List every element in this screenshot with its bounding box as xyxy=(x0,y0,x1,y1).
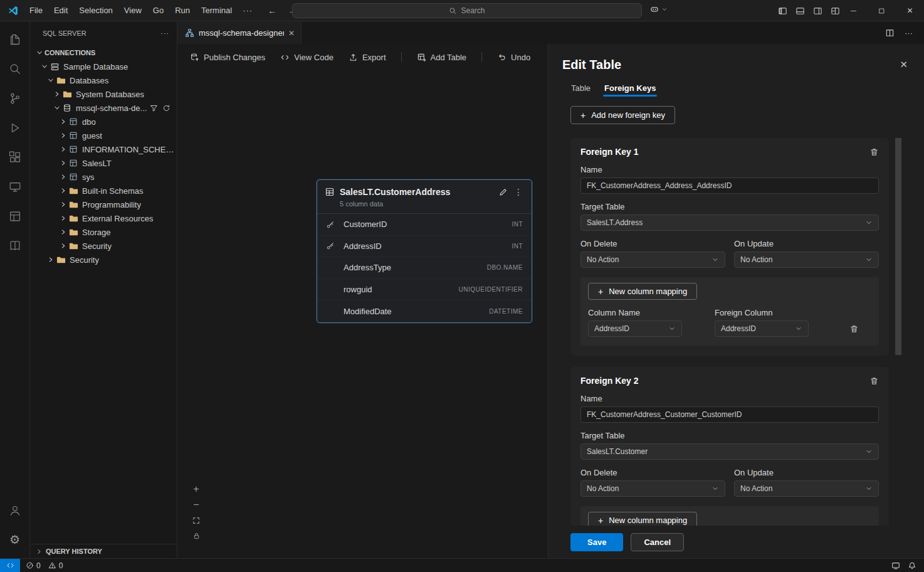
table-column-row[interactable]: AddressID INT xyxy=(317,236,532,258)
nav-back-button[interactable]: ← xyxy=(268,6,276,16)
sql-server-icon[interactable] xyxy=(0,172,30,201)
menu-file[interactable]: File xyxy=(24,0,48,21)
book-icon[interactable] xyxy=(0,231,30,260)
menu-selection[interactable]: Selection xyxy=(73,0,118,21)
window-maximize-button[interactable] xyxy=(868,0,896,21)
cancel-button[interactable]: Cancel xyxy=(631,533,684,551)
customize-layout-icon[interactable] xyxy=(831,6,840,16)
delete-foreign-key-icon[interactable] xyxy=(869,147,879,157)
export-button[interactable]: Export xyxy=(349,53,386,62)
tree-item-information-schema[interactable]: INFORMATION_SCHEMA xyxy=(30,142,177,156)
command-center-search[interactable]: Search xyxy=(292,3,642,18)
bell-icon[interactable] xyxy=(908,561,916,570)
menu-run[interactable]: Run xyxy=(169,0,196,21)
tree-item-sys[interactable]: sys xyxy=(30,170,177,184)
table-column-row[interactable]: AddressType DBO.NAME xyxy=(317,257,532,279)
toggle-secondary-sidebar-icon[interactable] xyxy=(813,6,822,16)
add-foreign-key-button[interactable]: + Add new foreign key xyxy=(570,106,675,124)
table-grid-icon xyxy=(325,187,335,197)
tree-item-databases[interactable]: Databases xyxy=(30,73,177,87)
menu-edit[interactable]: Edit xyxy=(48,0,73,21)
on-update-label: On Update xyxy=(734,239,879,248)
query-history-section[interactable]: QUERY HISTORY xyxy=(30,544,177,558)
lock-button[interactable] xyxy=(192,532,201,540)
target-table-select[interactable]: SalesLT.Customer xyxy=(580,443,879,460)
tree-item-dbo[interactable]: dbo xyxy=(30,115,177,129)
menu-terminal[interactable]: Terminal xyxy=(196,0,238,21)
save-button[interactable]: Save xyxy=(570,533,623,551)
foreign-column-select[interactable]: AddressID xyxy=(715,320,809,337)
run-debug-icon[interactable] xyxy=(0,113,30,142)
view-code-button[interactable]: View Code xyxy=(280,53,333,62)
tree-item-saleslt[interactable]: SalesLT xyxy=(30,156,177,170)
on-delete-select[interactable]: No Action xyxy=(580,480,725,497)
menu-overflow-button[interactable]: ··· xyxy=(238,6,258,15)
tab-close-icon[interactable]: ✕ xyxy=(288,29,295,38)
tree-item-security-schema[interactable]: Security xyxy=(30,239,177,253)
table-node-customeraddress[interactable]: SalesLT.CustomerAddress ⋮ 5 column data … xyxy=(317,179,532,323)
on-delete-select[interactable]: No Action xyxy=(580,252,725,268)
tree-section-connections[interactable]: CONNECTIONS xyxy=(30,46,177,60)
tree-item-built-in-schemas[interactable]: Built-in Schemas xyxy=(30,184,177,198)
foreign-key-name-input[interactable] xyxy=(580,406,879,423)
search-icon[interactable] xyxy=(0,54,30,83)
edit-table-pencil-icon[interactable] xyxy=(498,188,508,197)
foreign-key-name-input[interactable] xyxy=(580,177,879,194)
on-update-select[interactable]: No Action xyxy=(734,480,879,497)
delete-mapping-icon[interactable] xyxy=(849,324,859,337)
fit-view-button[interactable] xyxy=(192,516,201,525)
window-minimize-button[interactable]: ─ xyxy=(839,0,868,21)
schema-designer-canvas[interactable]: Publish Changes View Code Export Add Tab… xyxy=(177,44,548,558)
toggle-panel-icon[interactable] xyxy=(795,6,805,16)
copilot-button[interactable] xyxy=(649,4,668,14)
zoom-out-button[interactable]: − xyxy=(193,500,199,509)
screencast-icon[interactable] xyxy=(891,561,900,570)
tree-item-security-server[interactable]: Security xyxy=(30,253,177,267)
menu-view[interactable]: View xyxy=(118,0,147,21)
toggle-sidebar-icon[interactable] xyxy=(778,6,787,16)
panel-close-icon[interactable]: ✕ xyxy=(900,59,908,70)
delete-foreign-key-icon[interactable] xyxy=(869,376,879,386)
editor-more-actions-button[interactable]: ··· xyxy=(905,28,913,38)
new-column-mapping-button[interactable]: + New column mapping xyxy=(588,512,697,526)
window-close-button[interactable]: ✕ xyxy=(896,0,924,21)
undo-button[interactable]: Undo xyxy=(497,53,530,62)
tree-item-programmability[interactable]: Programmability xyxy=(30,198,177,211)
add-table-button[interactable]: Add Table xyxy=(417,53,467,62)
new-column-mapping-button[interactable]: + New column mapping xyxy=(588,283,697,300)
menu-go[interactable]: Go xyxy=(147,0,169,21)
split-editor-icon[interactable] xyxy=(885,28,895,38)
publish-changes-button[interactable]: Publish Changes xyxy=(190,53,265,62)
filter-icon[interactable] xyxy=(150,104,158,112)
panel-scrollbar[interactable] xyxy=(895,138,901,355)
tree-item-mssql-schema-database[interactable]: mssql-schema-de... xyxy=(30,101,177,115)
explorer-icon[interactable] xyxy=(0,24,30,54)
table-designer-icon[interactable] xyxy=(0,201,30,231)
tree-item-external-resources[interactable]: External Resources xyxy=(30,211,177,225)
add-table-icon xyxy=(417,53,426,62)
table-column-row[interactable]: rowguid UNIQUEIDENTIFIER xyxy=(317,279,532,301)
problems-indicator[interactable]: 0 0 xyxy=(23,561,66,570)
table-column-row[interactable]: CustomerID INT xyxy=(317,214,532,236)
tree-item-guest[interactable]: guest xyxy=(30,129,177,142)
tree-item-system-databases[interactable]: System Databases xyxy=(30,87,177,101)
tree-item-sample-database[interactable]: Sample Database xyxy=(30,60,177,73)
tab-mssql-schema-designer[interactable]: mssql-schema-designer ✕ xyxy=(177,22,302,44)
on-update-select[interactable]: No Action xyxy=(734,252,879,268)
tree-item-storage[interactable]: Storage xyxy=(30,225,177,239)
source-control-icon[interactable] xyxy=(0,83,30,113)
refresh-icon[interactable] xyxy=(162,104,171,112)
tab-foreign-keys[interactable]: Foreign Keys xyxy=(601,80,659,100)
column-name-select[interactable]: AddressID xyxy=(588,320,682,337)
remote-indicator[interactable] xyxy=(0,559,20,572)
table-node-header[interactable]: SalesLT.CustomerAddress ⋮ 5 column data xyxy=(317,180,532,214)
zoom-in-button[interactable]: + xyxy=(193,485,199,494)
target-table-select[interactable]: SalesLT.Address xyxy=(580,214,879,231)
settings-gear-icon[interactable]: ⚙ xyxy=(0,525,30,554)
extensions-icon[interactable] xyxy=(0,142,30,172)
sidebar-more-actions-button[interactable]: ··· xyxy=(160,29,169,37)
table-column-row[interactable]: ModifiedDate DATETIME xyxy=(317,300,532,322)
tab-table[interactable]: Table xyxy=(567,80,594,100)
table-node-menu-icon[interactable]: ⋮ xyxy=(513,187,524,197)
account-icon[interactable] xyxy=(0,495,30,525)
